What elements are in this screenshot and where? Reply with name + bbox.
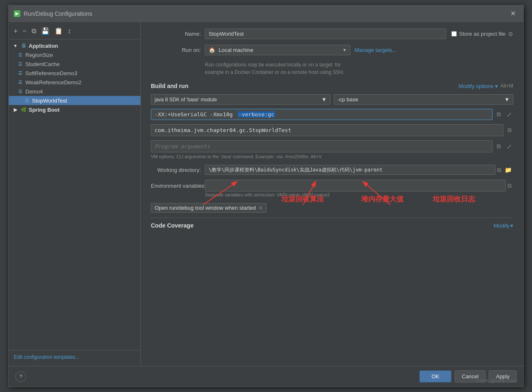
store-checkbox-row: Store as project file ⚙: [451, 31, 513, 37]
modify-link[interactable]: Modify ▾: [494, 223, 513, 229]
env-vars-row: Environment variables: ⧉: [151, 180, 513, 191]
checkbox-area: Open run/debug tool window when started …: [151, 203, 513, 213]
config-tree: ▾ ☰ Application ☰ RegionSize ☰ StudentCa…: [9, 39, 140, 350]
config-icon: ☰: [17, 70, 24, 76]
run-on-dropdown[interactable]: 🏠 Local machine ▼: [205, 45, 350, 55]
title-bar: ▶ Run/Debug Configurations ✕: [9, 5, 523, 22]
application-label: Application: [29, 43, 58, 49]
working-dir-input[interactable]: [205, 165, 495, 175]
sort-config-button[interactable]: ↕: [66, 27, 73, 36]
sdk-value: java 8 SDK of 'base' module: [155, 97, 217, 103]
modify-chevron-icon: ▾: [510, 223, 513, 229]
env-vars-label: Environment variables:: [151, 183, 201, 189]
item-label: RegionSize: [25, 52, 53, 58]
bottom-bar: ? OK Cancel Apply: [9, 366, 523, 387]
cp-arrow-icon: ▼: [504, 96, 510, 103]
close-button[interactable]: ✕: [508, 9, 518, 18]
name-label: Name:: [151, 31, 201, 37]
vm-hint: VM options. CLI arguments to the 'Java' …: [151, 154, 513, 159]
env-vars-expand-btn[interactable]: ⧉: [506, 181, 513, 190]
tree-item-stopworldtest[interactable]: ☰ StopWorldTest: [9, 96, 140, 105]
tree-item-demo4[interactable]: ☰ Demo4: [9, 87, 140, 96]
env-vars-input[interactable]: [205, 180, 506, 191]
spring-boot-label: Spring Boot: [29, 107, 59, 113]
item-label: StudentCache: [25, 61, 59, 67]
tag-close-icon[interactable]: ✕: [259, 205, 263, 211]
tree-group-springboot[interactable]: ▶ 🌿 Spring Boot: [9, 105, 140, 114]
vm-expand-btn[interactable]: ⧉: [495, 110, 502, 119]
prog-args-row: ⧉ ⤢: [151, 140, 513, 152]
modify-options-container: Modify options ▾ Alt+M: [458, 83, 513, 89]
manage-targets-link[interactable]: Manage targets...: [355, 47, 397, 53]
item-label: StopWorldTest: [32, 98, 67, 104]
sdk-arrow-icon: ▼: [321, 96, 327, 103]
chevron-down-icon: ▾: [495, 83, 498, 89]
modify-link-label: Modify: [494, 223, 510, 229]
edit-templates-link[interactable]: Edit configuration templates...: [14, 354, 79, 360]
tree-item-studentcache[interactable]: ☰ StudentCache: [9, 59, 140, 69]
item-label: Demo4: [25, 88, 43, 95]
gear-icon[interactable]: ⚙: [508, 31, 513, 37]
working-dir-row: Working directory: ⧉ 📁: [151, 165, 513, 175]
dialog-title: Run/Debug Configurations: [24, 10, 92, 17]
prog-args-expand-btn[interactable]: ⧉: [495, 142, 502, 151]
save-config-button[interactable]: 💾: [39, 26, 51, 36]
main-class-input[interactable]: [151, 124, 503, 136]
remove-config-button[interactable]: −: [21, 27, 28, 36]
tree-item-softreferencedemo3[interactable]: ☰ SoftReferenceDemo3: [9, 69, 140, 78]
help-button[interactable]: ?: [15, 371, 26, 382]
prog-args-fullscreen-btn[interactable]: ⤢: [505, 142, 513, 151]
app-icon: ☰: [20, 42, 27, 49]
open-tool-window-tag: Open run/debug tool window when started …: [151, 203, 266, 213]
watermark: CSDN @Hello Dam: [476, 378, 517, 383]
cp-dropdown[interactable]: -cp base ▼: [334, 94, 513, 105]
expand-icon: ▶: [12, 106, 19, 113]
run-debug-dialog: ▶ Run/Debug Configurations ✕ + − ⧉ 💾 📋 ↕…: [8, 5, 524, 387]
config-icon: ☰: [17, 61, 24, 67]
cp-value: -cp base: [337, 96, 358, 103]
move-config-button[interactable]: 📋: [53, 26, 64, 36]
env-hint: Separate variables with semicolon: VAR=v…: [205, 192, 513, 197]
tree-group-application[interactable]: ▾ ☰ Application: [9, 41, 140, 50]
working-dir-label: Working directory:: [151, 167, 201, 173]
main-class-row: ⧉: [151, 124, 513, 136]
sdk-row: java 8 SDK of 'base' module ▼ -cp base ▼: [151, 94, 513, 105]
code-coverage-row: Code Coverage Modify ▾: [151, 218, 513, 229]
store-label: Store as project file: [459, 31, 505, 37]
build-run-header: Build and run Modify options ▾ Alt+M: [151, 83, 513, 89]
expand-icon: ▾: [12, 42, 19, 49]
item-label: WeakReferenceDemo2: [25, 79, 81, 86]
vm-options-row: -XX:+UseSerialGC -Xmx10g -verbose:gc ⧉ ⤢: [151, 109, 513, 120]
sidebar-footer: Edit configuration templates...: [9, 350, 140, 363]
main-class-expand-btn[interactable]: ⧉: [506, 126, 513, 135]
vm-options-selected: -verbose:gc: [238, 111, 275, 118]
dialog-content: + − ⧉ 💾 📋 ↕ ▾ ☰ Application ☰ RegionSize: [9, 22, 523, 366]
config-icon: ☰: [24, 97, 30, 104]
config-icon: ☰: [17, 79, 24, 86]
ok-button[interactable]: OK: [419, 370, 451, 382]
store-checkbox[interactable]: [451, 31, 457, 37]
name-input[interactable]: [205, 29, 446, 39]
main-panel: Name: Store as project file ⚙ Run on: 🏠 …: [141, 22, 523, 366]
modify-options-label: Modify options: [458, 83, 493, 89]
vm-options-display[interactable]: -XX:+UseSerialGC -Xmx10g -verbose:gc: [151, 109, 493, 120]
name-row: Name: Store as project file ⚙: [151, 29, 513, 39]
working-dir-copy-btn[interactable]: ⧉: [495, 166, 503, 174]
tree-item-regionsize[interactable]: ☰ RegionSize: [9, 50, 140, 59]
vm-fullscreen-btn[interactable]: ⤢: [505, 110, 513, 119]
dialog-icon: ▶: [14, 10, 20, 17]
alt-hint: Alt+M: [500, 83, 513, 89]
home-icon: 🏠: [209, 47, 215, 53]
sidebar: + − ⧉ 💾 📋 ↕ ▾ ☰ Application ☰ RegionSize: [9, 22, 141, 366]
tree-item-weakreferencedemo2[interactable]: ☰ WeakReferenceDemo2: [9, 78, 140, 87]
prog-args-input[interactable]: [151, 140, 493, 152]
working-dir-browse-btn[interactable]: 📁: [503, 166, 513, 174]
open-tool-window-label: Open run/debug tool window when started: [155, 205, 256, 211]
run-on-label: Run on:: [151, 47, 201, 53]
copy-config-button[interactable]: ⧉: [30, 27, 38, 36]
title-bar-left: ▶ Run/Debug Configurations: [14, 10, 92, 17]
sdk-dropdown[interactable]: java 8 SDK of 'base' module ▼: [151, 94, 330, 105]
add-config-button[interactable]: +: [12, 27, 19, 36]
run-on-row: Run on: 🏠 Local machine ▼ Manage targets…: [151, 45, 513, 55]
modify-options-link[interactable]: Modify options ▾: [458, 83, 498, 89]
